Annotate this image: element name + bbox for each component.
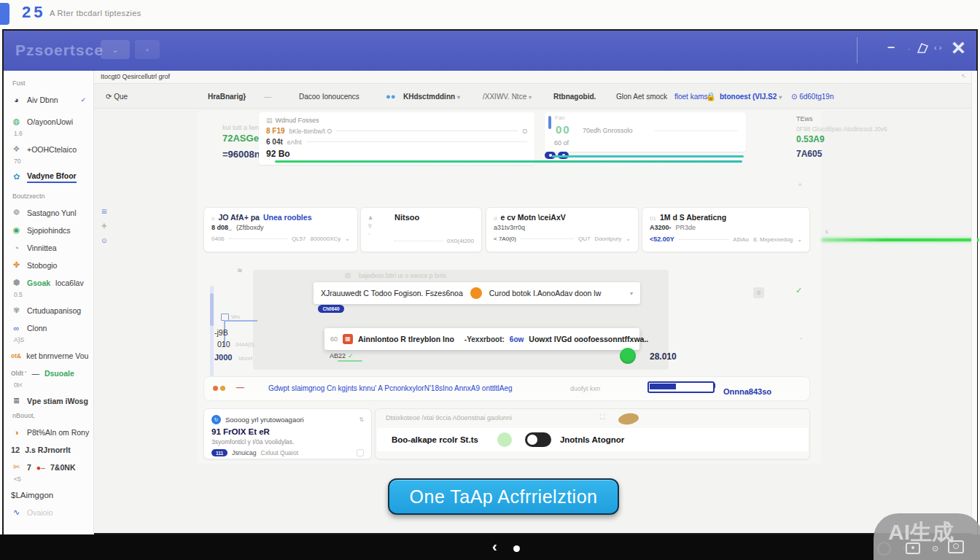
dialog-row-1[interactable]: XJrauuwedt C Todoo Fogison. Fszes6noa Cu… xyxy=(314,282,640,304)
stats-caption-text: kui tutt a lwn xyxy=(222,124,259,131)
gear-flower-icon: ✾ xyxy=(11,306,22,315)
sidebar-item-oayoonuowi[interactable]: ◍ O/ayoonUowi xyxy=(11,115,90,128)
menu-ticks-icon[interactable]: ‹ › xyxy=(934,43,941,52)
right-stats-dark: 7A605 xyxy=(796,149,822,159)
toolbar-label-1: Rtbnagobid. xyxy=(553,92,596,100)
circle-outline-icon: O xyxy=(522,128,527,135)
one-tap-acceleration-button[interactable]: One TaAp Acfrrielztion xyxy=(388,478,619,515)
status-suffix: duofyt kxn xyxy=(570,385,600,392)
otc-badge-icon: ot& xyxy=(11,352,21,359)
sidebar-item-label: J.s RJrnorrlt xyxy=(25,446,70,454)
row2-mid-link[interactable]: 6ow xyxy=(510,335,524,343)
sidebar-item-ovaioio[interactable]: ∿ Ovaioio xyxy=(11,506,90,518)
card-unea-roobles[interactable]: oJO AfA+ paUnea roobles 8 d08_(Zftboxdy … xyxy=(203,207,358,252)
ghost-checkbox[interactable] xyxy=(345,273,351,279)
axis-caption: Wrv xyxy=(231,314,240,319)
ghost-checkbox-small[interactable] xyxy=(357,449,364,456)
rail-target-icon[interactable]: ⊙ xyxy=(101,237,107,244)
titlebar[interactable]: Pzsoertsce ⌄ ▫ – · ‹ › × xyxy=(4,31,976,71)
stat-big-value: 92 Bo xyxy=(266,149,527,159)
chevron-down-icon[interactable]: ⌄ xyxy=(345,236,350,242)
toolbar-dropdown-3[interactable]: btonoest (VIJ.S2 ▾ xyxy=(720,92,782,100)
card-aberaticng[interactable]: 011M d S Aberaticng A3200-PR3de <52.00YA… xyxy=(642,207,810,252)
sidebar-item-ket-bnrnverne[interactable]: ot& ket bnrnverne Vou xyxy=(11,349,90,362)
expand-icon[interactable]: ⛶ xyxy=(600,413,604,421)
sidebar-item-slaimggon[interactable]: $LAimggon xyxy=(11,489,90,501)
boost-row: Boo-alkape rcolr St.ts Jnotnls Atognor xyxy=(377,428,808,451)
toolbar-field-1[interactable]: HraBnarig} xyxy=(208,92,246,100)
titlebar-button-1[interactable]: ⌄ xyxy=(101,40,130,59)
toolbar-dropdown-2[interactable]: /XXIWV. Ntce ▾ xyxy=(483,92,532,100)
sidebar-item-rjrnorrlt[interactable]: 12 J.s RJrnorrlt xyxy=(11,443,90,456)
toolbar-field-2[interactable]: Dacoo Ionoucencs xyxy=(299,92,359,100)
card-motn-ceiaxv[interactable]: de cv Motn \ceiAxV a31tv3rr0q < 7A0(0)QU… xyxy=(486,207,639,252)
teal-progress-bar xyxy=(552,155,744,158)
watermark-screen-icon xyxy=(906,542,920,554)
wave-icon: ∿ xyxy=(11,508,22,517)
row2-mid-label: -Yexxrboot: xyxy=(464,335,505,343)
row2-title: Ainnlontoo R tlreyblon lno xyxy=(358,335,454,343)
sidebar-item-sjopiohindcs[interactable]: ◉ Sjopiohindcs xyxy=(11,224,90,236)
dialog-row-2[interactable]: 60 ▦ Ainnlontoo R tlreyblon lno -Yexxrbo… xyxy=(324,328,639,350)
status-row: — Gdwpt slaimgnog Cn kgjnts knnu' A Pcno… xyxy=(203,376,810,401)
home-dot-icon[interactable] xyxy=(513,545,520,552)
sidebar-item-label: — xyxy=(31,369,39,378)
refresh-label: Que xyxy=(114,92,128,100)
minimize-button[interactable]: – xyxy=(887,39,895,55)
back-chevron-icon[interactable]: ‹ xyxy=(492,538,497,555)
infinity-icon: ∞ xyxy=(11,324,22,332)
chevron-up-icon[interactable]: ^ xyxy=(798,182,801,190)
sidebar-item-sastagno[interactable]: ❁ Sastagno Yunl xyxy=(11,206,90,219)
vertical-slider-thumb[interactable] xyxy=(210,293,214,326)
ghost-button[interactable]: 0 xyxy=(753,287,764,298)
card-nitsoo[interactable]: ♟⚲◦ Nitsoo 0X0(4t200 xyxy=(360,207,482,252)
sidebar-item-vadyne-bfoor-selected[interactable]: ✿ Vadyne Bfoor xyxy=(11,171,90,183)
corner-arrow-icon[interactable]: ↖ xyxy=(961,73,966,79)
chevron-down-icon[interactable]: ⌄ xyxy=(797,236,802,243)
card-foot-2: QL57 xyxy=(292,236,306,242)
sort-arrows-icon[interactable]: ⇅ xyxy=(359,416,364,423)
stat-row2-value: 6 04t xyxy=(266,138,283,146)
schedule-card[interactable]: ↻ Soooog yrl yrutowoagaori ⇅ 91 FrOIX Et… xyxy=(203,408,372,459)
screen: 25 A Rter tbcdarl tipteszies Pzsoertsce … xyxy=(0,0,980,560)
status-link[interactable]: Gdwpt slaimgnog Cn kgjnts knnu' A Pcnonk… xyxy=(268,384,513,392)
rail-plus-icon[interactable]: ⊞ xyxy=(101,208,107,215)
sidebar-item-clonn[interactable]: ∞ Clonn xyxy=(11,322,90,334)
sidebar-item-label: $LAimggon xyxy=(11,491,53,499)
sidebar-item-oldt-dsuoale[interactable]: Oldt ' — Dsuoale xyxy=(11,367,90,379)
card-foot-1: <52.00Y xyxy=(650,236,674,243)
theme-skin-icon[interactable] xyxy=(915,40,931,59)
toolbar-action-1[interactable]: ⊙ 6d60tg19n xyxy=(791,92,833,100)
sidebar-item-p8t-rony[interactable]: ◑ P8t%Aln om Rony xyxy=(11,426,90,438)
sync-icon: ↻ xyxy=(211,415,221,424)
toolbar-dropdown-1[interactable]: KHdsctmddinn ▾ xyxy=(403,92,460,100)
sidebar-item-7onk[interactable]: ✄ 7 ●– 7&0NK xyxy=(11,461,90,473)
toggle-switch[interactable] xyxy=(525,432,551,447)
palette-icon: ✤ xyxy=(11,260,22,270)
scrollbar-track[interactable] xyxy=(971,71,977,534)
sidebar-item-stobogio[interactable]: ✤ Stobogio xyxy=(11,259,90,271)
card-sub-a: 8 d08_ xyxy=(211,224,232,231)
chevron-down-icon[interactable]: ⌄ xyxy=(626,236,631,242)
chevron-collapse-icon[interactable]: ˇ xyxy=(800,337,802,344)
axis-value-3-sub: Idonrt xyxy=(238,355,252,362)
sidebar-item-crtuduapanisog[interactable]: ✾ Crtuduapanisog xyxy=(11,304,90,316)
cta-label: One TaAp Acfrrielztion xyxy=(410,486,598,508)
green-progress-bar xyxy=(275,160,742,163)
sidebar-item-sub: 1.6 xyxy=(14,130,90,137)
schedule-card-header: Soooog yrl yrutowoagaori xyxy=(225,416,304,424)
close-button[interactable]: × xyxy=(952,34,965,61)
refresh-button[interactable]: ⟳ Que xyxy=(106,92,128,100)
orange-dot-2 xyxy=(220,386,225,391)
sidebar-item-vpe-stiam[interactable]: ≣ Vpe stiam iWosg xyxy=(11,394,90,407)
status-dash: — xyxy=(236,383,244,392)
sidebar-item-label: Sjopiohindcs xyxy=(27,226,71,235)
red-dot-icon: ●– xyxy=(36,463,45,472)
chevron-down-icon[interactable]: ▾ xyxy=(630,290,633,297)
sidebar-item-vinnittea[interactable]: ◔ Vinnittea xyxy=(11,241,90,254)
rail-pin-icon[interactable]: ✚ xyxy=(101,222,107,230)
sidebar-item-gsoak[interactable]: ⬢ Gsoak loca6lav xyxy=(11,276,90,289)
titlebar-button-2[interactable]: ▫ xyxy=(135,40,160,59)
sidebar-item-oohctelaico[interactable]: ❖ +OOHCtelaico xyxy=(11,143,90,155)
sidebar-item-aiv-dbnn[interactable]: ◕ Aiv Dbnn ✓ xyxy=(11,93,90,106)
